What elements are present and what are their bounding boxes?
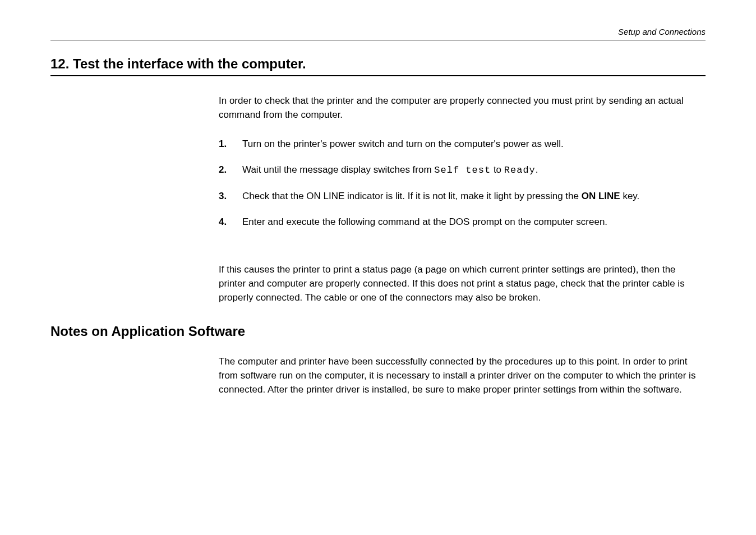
step-text-suffix: . xyxy=(536,164,538,175)
subsection-title: Notes on Application Software xyxy=(50,324,706,339)
section-divider xyxy=(50,75,706,76)
step-number: 1. xyxy=(219,137,242,151)
step-item-4: 4. Enter and execute the following comma… xyxy=(219,215,700,229)
step-number: 2. xyxy=(219,163,242,177)
step-text-prefix: Check that the ON LINE indicator is lit.… xyxy=(242,191,582,201)
step-text: Check that the ON LINE indicator is lit.… xyxy=(242,190,700,203)
bold-key-name: ON LINE xyxy=(582,191,620,201)
mono-text-ready: Ready xyxy=(504,165,536,176)
notes-content-block: The computer and printer have been succe… xyxy=(219,355,706,396)
section-title: 12. Test the interface with the computer… xyxy=(50,56,706,72)
intro-paragraph: In order to check that the printer and t… xyxy=(219,94,700,122)
step-list: 1. Turn on the printer's power switch an… xyxy=(219,137,700,228)
step-text-prefix: Wait until the message display switches … xyxy=(242,164,434,175)
step-number: 3. xyxy=(219,190,242,203)
step-item-2: 2. Wait until the message display switch… xyxy=(219,163,700,177)
step-text: Enter and execute the following command … xyxy=(242,215,700,229)
step-item-1: 1. Turn on the printer's power switch an… xyxy=(219,137,700,151)
section-title-text: Test the interface with the computer. xyxy=(73,56,306,71)
step-text: Wait until the message display switches … xyxy=(242,163,700,177)
step-text-suffix: key. xyxy=(620,191,640,201)
mono-text-self-test: Self test xyxy=(434,165,491,176)
notes-paragraph: The computer and printer have been succe… xyxy=(219,355,700,396)
step-text-mid: to xyxy=(491,164,504,175)
header-divider xyxy=(50,40,706,40)
step-number: 4. xyxy=(219,215,242,229)
section-number: 12. xyxy=(50,56,69,71)
result-paragraph: If this causes the printer to print a st… xyxy=(219,263,700,305)
step-item-3: 3. Check that the ON LINE indicator is l… xyxy=(219,190,700,203)
step-text: Turn on the printer's power switch and t… xyxy=(242,137,700,151)
content-block: In order to check that the printer and t… xyxy=(219,94,706,305)
running-header: Setup and Connections xyxy=(50,27,706,36)
